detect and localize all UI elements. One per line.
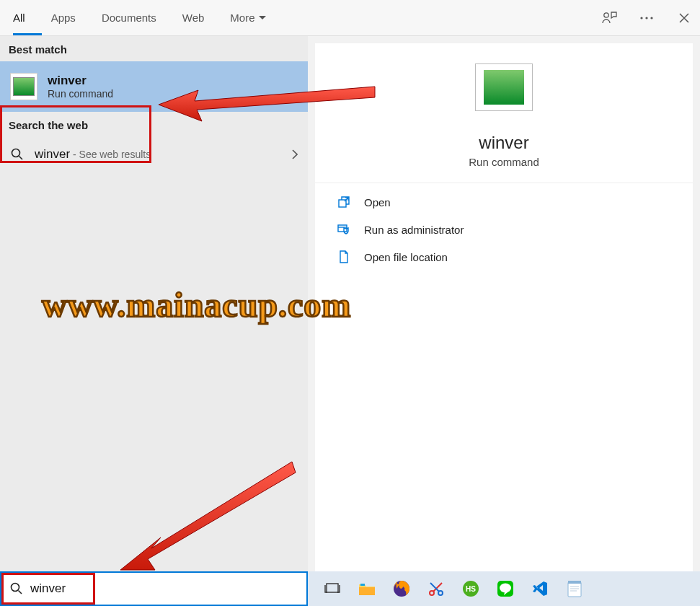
web-result-suffix: - See web results — [70, 149, 151, 160]
more-options-icon[interactable] — [638, 9, 655, 27]
action-open-label: Open — [364, 196, 391, 208]
tab-documents[interactable]: Documents — [89, 0, 169, 36]
open-icon — [337, 195, 351, 209]
web-result-label: winver - See web results — [35, 147, 151, 162]
task-view-icon[interactable] — [322, 579, 342, 599]
winver-app-icon — [10, 73, 37, 100]
vscode-icon[interactable] — [530, 579, 550, 599]
tab-all[interactable]: All — [0, 0, 38, 36]
action-open[interactable]: Open — [337, 195, 671, 209]
action-open-location-label: Open file location — [364, 251, 448, 263]
preview-title: winver — [479, 133, 528, 153]
svg-rect-8 — [327, 584, 338, 592]
taskbar: HS — [308, 571, 700, 606]
search-input[interactable] — [30, 581, 298, 596]
result-subtitle: Run command — [48, 88, 113, 100]
firefox-icon[interactable] — [391, 579, 412, 599]
best-match-result[interactable]: winver Run command — [0, 61, 308, 112]
web-result[interactable]: winver - See web results — [0, 137, 308, 172]
file-location-icon — [337, 250, 351, 264]
notepad-icon[interactable] — [564, 579, 585, 599]
svg-point-0 — [604, 12, 608, 17]
svg-rect-9 — [359, 587, 375, 595]
action-run-admin[interactable]: Run as administrator — [337, 222, 671, 237]
search-box[interactable] — [0, 571, 308, 606]
tab-apps[interactable]: Apps — [38, 0, 89, 36]
svg-point-4 — [12, 149, 20, 157]
action-open-location[interactable]: Open file location — [337, 250, 671, 264]
action-run-admin-label: Run as administrator — [364, 224, 464, 236]
snipping-tool-icon[interactable] — [426, 579, 446, 599]
result-title: winver — [48, 74, 113, 88]
svg-rect-18 — [568, 582, 581, 597]
svg-rect-19 — [568, 581, 581, 584]
svg-text:HS: HS — [466, 585, 476, 593]
tab-web[interactable]: Web — [169, 0, 218, 36]
chevron-down-icon — [259, 16, 266, 20]
search-web-header: Search the web — [0, 112, 308, 137]
chevron-right-icon — [292, 149, 298, 159]
close-icon[interactable] — [675, 9, 693, 27]
svg-point-1 — [640, 17, 642, 19]
admin-shield-icon — [337, 222, 351, 237]
svg-point-17 — [500, 584, 511, 593]
best-match-header: Best match — [0, 36, 308, 61]
svg-point-2 — [645, 17, 647, 19]
search-icon — [10, 582, 23, 595]
results-panel: Best match winver Run command Search the… — [0, 36, 308, 571]
search-icon — [10, 147, 25, 162]
search-tabs: All Apps Documents Web More — [0, 0, 700, 36]
svg-rect-10 — [360, 584, 365, 586]
line-app-icon[interactable] — [495, 579, 515, 599]
file-explorer-icon[interactable] — [357, 579, 377, 599]
preview-panel: winver Run command Open Run as administr… — [315, 43, 693, 571]
svg-point-3 — [650, 17, 652, 19]
preview-app-icon — [475, 63, 533, 111]
preview-subtitle: Run command — [469, 156, 539, 168]
web-result-term: winver — [35, 147, 70, 161]
tab-more-label: More — [230, 12, 254, 24]
svg-point-7 — [12, 584, 19, 592]
feedback-icon[interactable] — [601, 9, 618, 27]
tab-more[interactable]: More — [217, 0, 278, 36]
hs-app-icon[interactable]: HS — [461, 579, 481, 599]
